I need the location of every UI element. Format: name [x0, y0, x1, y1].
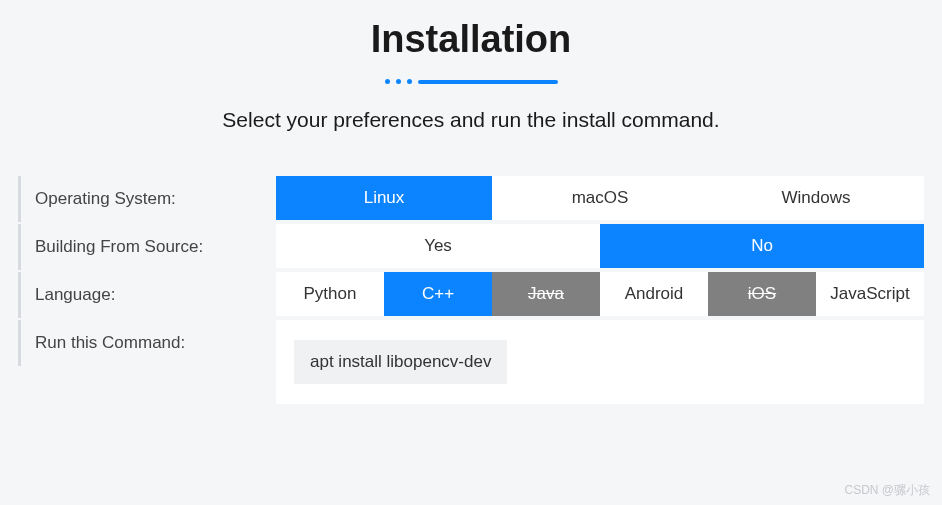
option-os-macos[interactable]: macOS	[492, 176, 708, 220]
divider-bar	[418, 80, 558, 84]
labels-column: Operating System: Building From Source: …	[18, 176, 238, 404]
option-lang-android[interactable]: Android	[600, 272, 708, 316]
option-lang-cpp[interactable]: C++	[384, 272, 492, 316]
divider-dot	[407, 79, 412, 84]
label-os: Operating System:	[18, 176, 238, 222]
option-build-yes[interactable]: Yes	[276, 224, 600, 268]
option-lang-javascript[interactable]: JavaScript	[816, 272, 924, 316]
option-build-no[interactable]: No	[600, 224, 924, 268]
row-lang: Python C++ Java Android iOS JavaScript	[276, 272, 924, 316]
page-title: Installation	[18, 18, 924, 61]
option-lang-python[interactable]: Python	[276, 272, 384, 316]
label-cmd: Run this Command:	[18, 320, 238, 366]
title-divider	[18, 79, 924, 84]
options-column: Linux macOS Windows Yes No Python C++ Ja…	[276, 176, 924, 404]
option-os-linux[interactable]: Linux	[276, 176, 492, 220]
command-box: apt install libopencv-dev	[276, 320, 924, 404]
label-build: Building From Source:	[18, 224, 238, 270]
subtitle: Select your preferences and run the inst…	[18, 108, 924, 132]
row-build: Yes No	[276, 224, 924, 268]
label-lang: Language:	[18, 272, 238, 318]
install-command: apt install libopencv-dev	[294, 340, 507, 384]
divider-dot	[385, 79, 390, 84]
option-lang-java: Java	[492, 272, 600, 316]
watermark: CSDN @骡小孩	[844, 482, 930, 499]
option-os-windows[interactable]: Windows	[708, 176, 924, 220]
option-lang-ios: iOS	[708, 272, 816, 316]
divider-dot	[396, 79, 401, 84]
row-os: Linux macOS Windows	[276, 176, 924, 220]
